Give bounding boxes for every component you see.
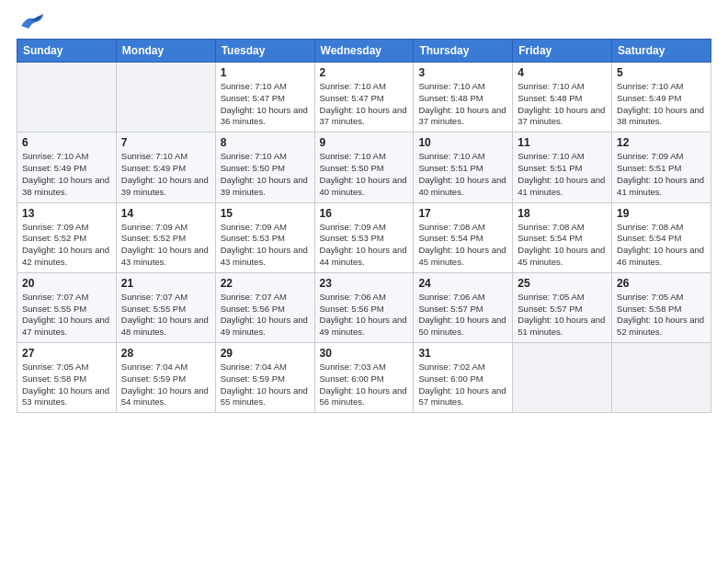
table-row: 7Sunrise: 7:10 AM Sunset: 5:49 PM Daylig… xyxy=(116,132,215,202)
col-sunday: Sunday xyxy=(17,40,117,63)
cell-info: Sunrise: 7:10 AM Sunset: 5:48 PM Dayligh… xyxy=(418,81,507,128)
cell-info: Sunrise: 7:07 AM Sunset: 5:55 PM Dayligh… xyxy=(121,292,210,339)
table-row xyxy=(116,63,215,132)
cell-info: Sunrise: 7:07 AM Sunset: 5:56 PM Dayligh… xyxy=(221,292,310,339)
table-row: 29Sunrise: 7:04 AM Sunset: 5:59 PM Dayli… xyxy=(215,343,314,413)
table-row: 24Sunrise: 7:06 AM Sunset: 5:57 PM Dayli… xyxy=(414,272,513,342)
table-row: 18Sunrise: 7:08 AM Sunset: 5:54 PM Dayli… xyxy=(513,202,612,272)
cell-info: Sunrise: 7:02 AM Sunset: 6:00 PM Dayligh… xyxy=(418,362,507,408)
day-number: 2 xyxy=(320,66,409,79)
cell-info: Sunrise: 7:10 AM Sunset: 5:49 PM Dayligh… xyxy=(617,81,706,128)
day-number: 27 xyxy=(22,347,111,360)
col-tuesday: Tuesday xyxy=(215,40,314,63)
day-number: 1 xyxy=(221,66,310,79)
cell-info: Sunrise: 7:06 AM Sunset: 5:56 PM Dayligh… xyxy=(320,292,409,339)
calendar-table: Sunday Monday Tuesday Wednesday Thursday… xyxy=(17,39,711,413)
table-row xyxy=(612,343,711,413)
cell-info: Sunrise: 7:10 AM Sunset: 5:48 PM Dayligh… xyxy=(518,81,607,128)
cell-info: Sunrise: 7:08 AM Sunset: 5:54 PM Dayligh… xyxy=(518,222,607,269)
cell-info: Sunrise: 7:04 AM Sunset: 5:59 PM Dayligh… xyxy=(221,362,310,408)
col-thursday: Thursday xyxy=(414,40,513,63)
table-row: 15Sunrise: 7:09 AM Sunset: 5:53 PM Dayli… xyxy=(215,202,314,272)
day-number: 11 xyxy=(518,136,607,149)
calendar-week-row: 1Sunrise: 7:10 AM Sunset: 5:47 PM Daylig… xyxy=(17,63,711,132)
day-number: 24 xyxy=(418,277,507,290)
cell-info: Sunrise: 7:09 AM Sunset: 5:53 PM Dayligh… xyxy=(320,222,409,269)
day-number: 15 xyxy=(221,207,310,220)
table-row: 13Sunrise: 7:09 AM Sunset: 5:52 PM Dayli… xyxy=(17,202,117,272)
table-row: 5Sunrise: 7:10 AM Sunset: 5:49 PM Daylig… xyxy=(612,63,711,132)
cell-info: Sunrise: 7:10 AM Sunset: 5:49 PM Dayligh… xyxy=(121,151,210,198)
cell-info: Sunrise: 7:10 AM Sunset: 5:50 PM Dayligh… xyxy=(221,151,310,198)
day-number: 5 xyxy=(617,66,706,79)
table-row: 20Sunrise: 7:07 AM Sunset: 5:55 PM Dayli… xyxy=(17,272,117,342)
table-row: 1Sunrise: 7:10 AM Sunset: 5:47 PM Daylig… xyxy=(215,63,314,132)
day-number: 10 xyxy=(418,136,507,149)
day-number: 6 xyxy=(22,136,111,149)
cell-info: Sunrise: 7:05 AM Sunset: 5:58 PM Dayligh… xyxy=(617,292,706,339)
day-number: 29 xyxy=(221,347,310,360)
table-row xyxy=(513,343,612,413)
table-row: 3Sunrise: 7:10 AM Sunset: 5:48 PM Daylig… xyxy=(414,63,513,132)
table-row: 23Sunrise: 7:06 AM Sunset: 5:56 PM Dayli… xyxy=(314,272,414,342)
day-number: 16 xyxy=(320,207,409,220)
table-row: 8Sunrise: 7:10 AM Sunset: 5:50 PM Daylig… xyxy=(215,132,314,202)
day-number: 30 xyxy=(320,347,409,360)
day-number: 19 xyxy=(617,207,706,220)
table-row: 19Sunrise: 7:08 AM Sunset: 5:54 PM Dayli… xyxy=(612,202,711,272)
day-number: 18 xyxy=(518,207,607,220)
table-row: 31Sunrise: 7:02 AM Sunset: 6:00 PM Dayli… xyxy=(414,343,513,413)
day-number: 22 xyxy=(221,277,310,290)
calendar-week-row: 6Sunrise: 7:10 AM Sunset: 5:49 PM Daylig… xyxy=(17,132,711,202)
cell-info: Sunrise: 7:10 AM Sunset: 5:47 PM Dayligh… xyxy=(221,81,310,128)
calendar-header-row: Sunday Monday Tuesday Wednesday Thursday… xyxy=(17,40,711,63)
day-number: 7 xyxy=(121,136,210,149)
logo-bird-icon xyxy=(17,9,46,33)
table-row: 9Sunrise: 7:10 AM Sunset: 5:50 PM Daylig… xyxy=(314,132,414,202)
cell-info: Sunrise: 7:05 AM Sunset: 5:58 PM Dayligh… xyxy=(22,362,111,408)
table-row: 28Sunrise: 7:04 AM Sunset: 5:59 PM Dayli… xyxy=(116,343,215,413)
table-row: 12Sunrise: 7:09 AM Sunset: 5:51 PM Dayli… xyxy=(612,132,711,202)
col-saturday: Saturday xyxy=(612,40,711,63)
cell-info: Sunrise: 7:03 AM Sunset: 6:00 PM Dayligh… xyxy=(320,362,409,408)
calendar-week-row: 27Sunrise: 7:05 AM Sunset: 5:58 PM Dayli… xyxy=(17,343,711,413)
col-wednesday: Wednesday xyxy=(314,40,414,63)
table-row: 17Sunrise: 7:08 AM Sunset: 5:54 PM Dayli… xyxy=(414,202,513,272)
table-row: 16Sunrise: 7:09 AM Sunset: 5:53 PM Dayli… xyxy=(314,202,414,272)
table-row: 27Sunrise: 7:05 AM Sunset: 5:58 PM Dayli… xyxy=(17,343,117,413)
cell-info: Sunrise: 7:10 AM Sunset: 5:51 PM Dayligh… xyxy=(518,151,607,198)
cell-info: Sunrise: 7:09 AM Sunset: 5:51 PM Dayligh… xyxy=(617,151,706,198)
table-row: 6Sunrise: 7:10 AM Sunset: 5:49 PM Daylig… xyxy=(17,132,117,202)
table-row: 26Sunrise: 7:05 AM Sunset: 5:58 PM Dayli… xyxy=(612,272,711,342)
day-number: 31 xyxy=(418,347,507,360)
calendar-week-row: 20Sunrise: 7:07 AM Sunset: 5:55 PM Dayli… xyxy=(17,272,711,342)
col-friday: Friday xyxy=(513,40,612,63)
table-row: 11Sunrise: 7:10 AM Sunset: 5:51 PM Dayli… xyxy=(513,132,612,202)
logo xyxy=(17,9,50,33)
table-row: 30Sunrise: 7:03 AM Sunset: 6:00 PM Dayli… xyxy=(314,343,414,413)
table-row: 22Sunrise: 7:07 AM Sunset: 5:56 PM Dayli… xyxy=(215,272,314,342)
day-number: 13 xyxy=(22,207,111,220)
cell-info: Sunrise: 7:08 AM Sunset: 5:54 PM Dayligh… xyxy=(617,222,706,269)
col-monday: Monday xyxy=(116,40,215,63)
day-number: 21 xyxy=(121,277,210,290)
day-number: 20 xyxy=(22,277,111,290)
table-row xyxy=(17,63,117,132)
table-row: 4Sunrise: 7:10 AM Sunset: 5:48 PM Daylig… xyxy=(513,63,612,132)
day-number: 14 xyxy=(121,207,210,220)
day-number: 3 xyxy=(418,66,507,79)
table-row: 2Sunrise: 7:10 AM Sunset: 5:47 PM Daylig… xyxy=(314,63,414,132)
cell-info: Sunrise: 7:04 AM Sunset: 5:59 PM Dayligh… xyxy=(121,362,210,408)
cell-info: Sunrise: 7:09 AM Sunset: 5:53 PM Dayligh… xyxy=(221,222,310,269)
header xyxy=(17,9,711,33)
cell-info: Sunrise: 7:05 AM Sunset: 5:57 PM Dayligh… xyxy=(518,292,607,339)
cell-info: Sunrise: 7:10 AM Sunset: 5:47 PM Dayligh… xyxy=(320,81,409,128)
day-number: 26 xyxy=(617,277,706,290)
day-number: 12 xyxy=(617,136,706,149)
calendar-week-row: 13Sunrise: 7:09 AM Sunset: 5:52 PM Dayli… xyxy=(17,202,711,272)
cell-info: Sunrise: 7:07 AM Sunset: 5:55 PM Dayligh… xyxy=(22,292,111,339)
cell-info: Sunrise: 7:09 AM Sunset: 5:52 PM Dayligh… xyxy=(121,222,210,269)
day-number: 4 xyxy=(518,66,607,79)
cell-info: Sunrise: 7:06 AM Sunset: 5:57 PM Dayligh… xyxy=(418,292,507,339)
page: Sunday Monday Tuesday Wednesday Thursday… xyxy=(0,0,728,563)
